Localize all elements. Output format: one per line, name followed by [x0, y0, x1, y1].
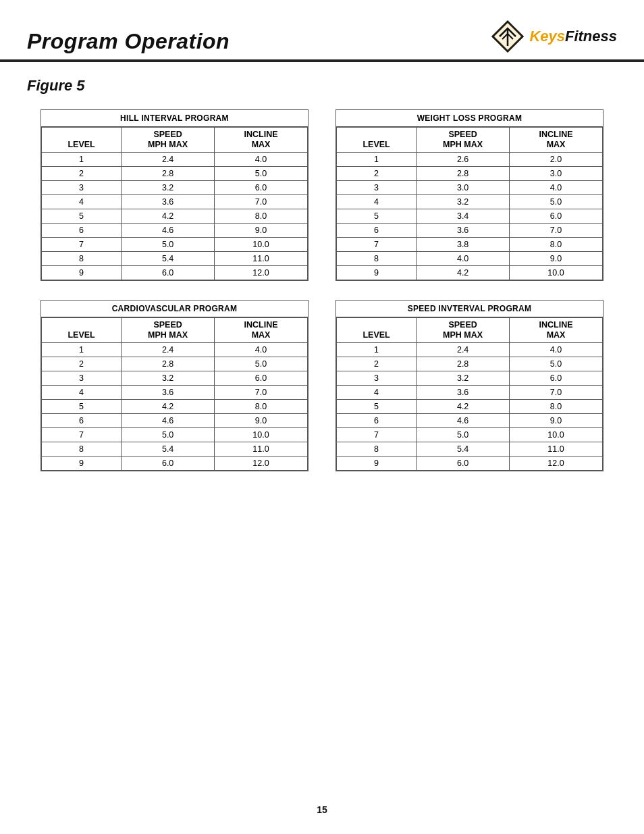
col-header-speed: SPEEDMPH MAX	[417, 318, 510, 343]
cell-incline: 7.0	[510, 386, 603, 400]
table-row: 96.012.0	[42, 266, 308, 280]
table-row: 54.28.0	[337, 400, 603, 414]
cell-level: 9	[337, 266, 417, 280]
cell-incline: 4.0	[215, 343, 308, 357]
col-header-speed: SPEEDMPH MAX	[417, 128, 510, 153]
cell-level: 6	[42, 224, 122, 238]
cell-level: 6	[337, 224, 417, 238]
cell-speed: 3.8	[417, 238, 510, 252]
cell-speed: 3.2	[417, 195, 510, 209]
cell-level: 4	[42, 386, 122, 400]
cell-speed: 3.2	[417, 371, 510, 386]
cell-level: 8	[42, 252, 122, 266]
cell-incline: 7.0	[215, 195, 308, 209]
cell-incline: 7.0	[510, 224, 603, 238]
cell-incline: 9.0	[215, 224, 308, 238]
cell-speed: 3.2	[122, 181, 215, 195]
cell-incline: 4.0	[510, 343, 603, 357]
col-header-speed: SPEEDMPH MAX	[122, 128, 215, 153]
cell-level: 3	[42, 371, 122, 386]
cell-incline: 6.0	[510, 209, 603, 224]
cell-speed: 3.6	[122, 195, 215, 209]
col-header-level: LEVEL	[42, 128, 122, 153]
table-cardiovascular: LEVELSPEEDMPH MAXINCLINEMAX12.44.022.85.…	[41, 317, 308, 471]
cell-speed: 3.6	[417, 386, 510, 400]
cell-incline: 5.0	[510, 357, 603, 371]
cell-level: 4	[337, 386, 417, 400]
cell-incline: 12.0	[215, 266, 308, 280]
cell-speed: 4.2	[122, 209, 215, 224]
cell-speed: 5.0	[122, 238, 215, 252]
cell-speed: 2.4	[417, 343, 510, 357]
cell-incline: 10.0	[510, 266, 603, 280]
cell-speed: 2.8	[122, 167, 215, 181]
cell-level: 2	[42, 357, 122, 371]
cell-incline: 5.0	[510, 195, 603, 209]
table-row: 75.010.0	[42, 238, 308, 252]
cell-speed: 4.6	[122, 414, 215, 428]
table-row: 22.85.0	[42, 167, 308, 181]
col-header-level: LEVEL	[337, 318, 417, 343]
col-header-level: LEVEL	[337, 128, 417, 153]
cell-level: 9	[337, 457, 417, 471]
table-row: 43.67.0	[337, 386, 603, 400]
cell-incline: 7.0	[215, 386, 308, 400]
table-row: 85.411.0	[42, 252, 308, 266]
table-row: 73.88.0	[337, 238, 603, 252]
table-row: 96.012.0	[337, 457, 603, 471]
cell-speed: 3.2	[122, 371, 215, 386]
cell-speed: 5.0	[122, 428, 215, 442]
table-row: 12.44.0	[42, 343, 308, 357]
cell-speed: 5.4	[417, 442, 510, 457]
cell-speed: 6.0	[417, 457, 510, 471]
cell-incline: 10.0	[510, 428, 603, 442]
table-row: 22.83.0	[337, 167, 603, 181]
cell-level: 1	[42, 343, 122, 357]
cell-level: 1	[337, 343, 417, 357]
cell-speed: 4.2	[417, 400, 510, 414]
table-row: 85.411.0	[42, 442, 308, 457]
program-title-hill-interval: HILL INTERVAL PROGRAM	[41, 110, 308, 127]
table-row: 85.411.0	[337, 442, 603, 457]
cell-level: 7	[42, 238, 122, 252]
cell-level: 7	[337, 238, 417, 252]
cell-speed: 2.4	[122, 343, 215, 357]
cell-level: 8	[337, 442, 417, 457]
cell-speed: 3.6	[417, 224, 510, 238]
program-table-speed-interval: SPEED INVTERVAL PROGRAMLEVELSPEEDMPH MAX…	[336, 300, 603, 471]
table-row: 43.25.0	[337, 195, 603, 209]
table-row: 54.28.0	[42, 400, 308, 414]
cell-speed: 3.0	[417, 181, 510, 195]
cell-speed: 2.8	[417, 357, 510, 371]
cell-level: 5	[42, 400, 122, 414]
cell-incline: 4.0	[510, 181, 603, 195]
cell-incline: 9.0	[215, 414, 308, 428]
page-title: Program Operation	[27, 29, 230, 54]
table-row: 64.69.0	[337, 414, 603, 428]
table-row: 63.67.0	[337, 224, 603, 238]
cell-incline: 5.0	[215, 357, 308, 371]
cell-speed: 6.0	[122, 266, 215, 280]
cell-incline: 10.0	[215, 428, 308, 442]
col-header-incline: INCLINEMAX	[510, 318, 603, 343]
table-row: 96.012.0	[42, 457, 308, 471]
cell-speed: 3.6	[122, 386, 215, 400]
table-row: 64.69.0	[42, 224, 308, 238]
page-header: Program Operation KeysFitness	[0, 0, 644, 62]
cell-incline: 11.0	[510, 442, 603, 457]
cell-speed: 5.0	[417, 428, 510, 442]
cell-incline: 6.0	[215, 181, 308, 195]
cell-level: 7	[337, 428, 417, 442]
col-header-level: LEVEL	[42, 318, 122, 343]
col-header-incline: INCLINEMAX	[215, 318, 308, 343]
cell-speed: 2.6	[417, 153, 510, 167]
cell-incline: 3.0	[510, 167, 603, 181]
cell-level: 3	[337, 371, 417, 386]
program-title-speed-interval: SPEED INVTERVAL PROGRAM	[336, 301, 603, 317]
cell-level: 4	[337, 195, 417, 209]
cell-level: 6	[42, 414, 122, 428]
cell-level: 3	[337, 181, 417, 195]
table-row: 43.67.0	[42, 386, 308, 400]
cell-incline: 11.0	[215, 442, 308, 457]
program-table-cardiovascular: CARDIOVASCULAR PROGRAMLEVELSPEEDMPH MAXI…	[41, 300, 308, 471]
